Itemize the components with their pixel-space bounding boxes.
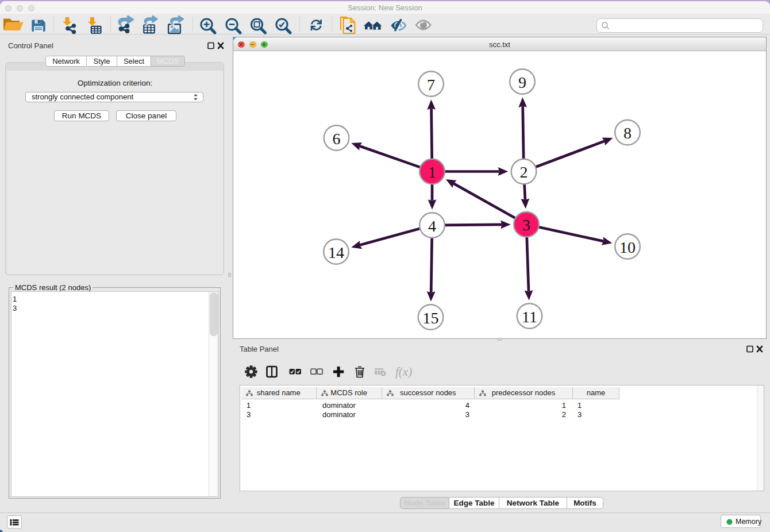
svg-text:10: 10 xyxy=(619,238,636,256)
svg-text:f(x): f(x) xyxy=(395,365,412,379)
svg-text:3: 3 xyxy=(522,216,530,234)
svg-text:6: 6 xyxy=(333,130,341,148)
svg-text:14: 14 xyxy=(328,244,344,261)
svg-text:11: 11 xyxy=(522,308,537,326)
svg-text:2: 2 xyxy=(520,163,528,181)
svg-text:15: 15 xyxy=(423,309,439,327)
svg-text:1: 1 xyxy=(428,163,436,181)
svg-text:8: 8 xyxy=(623,124,632,142)
svg-text:9: 9 xyxy=(518,74,526,91)
svg-text:7: 7 xyxy=(427,76,435,94)
svg-text:4: 4 xyxy=(428,217,436,235)
